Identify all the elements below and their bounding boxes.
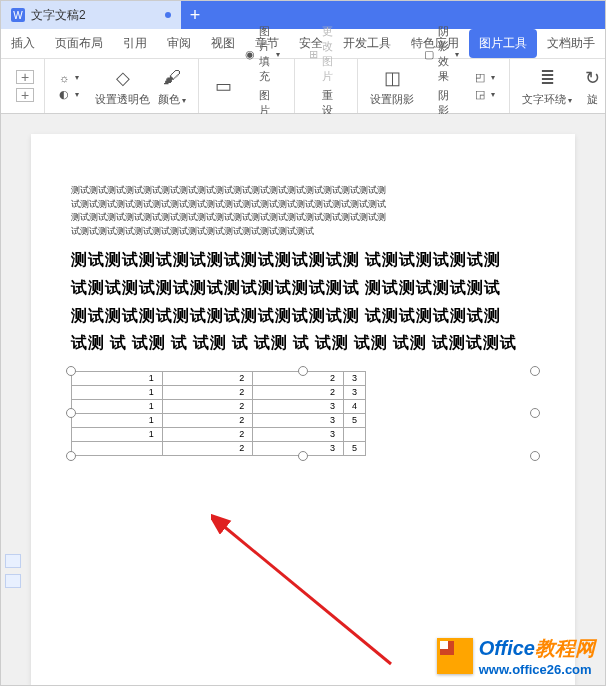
picture-style-button[interactable]: ▭ xyxy=(207,72,239,100)
menu-doc-assistant[interactable]: 文档助手 xyxy=(537,29,605,58)
rotate-icon: ↻ xyxy=(580,66,604,90)
picture-icon: ▭ xyxy=(211,74,235,98)
selection-handle[interactable] xyxy=(66,366,76,376)
table-row: 1223 xyxy=(72,371,366,385)
svg-line-0 xyxy=(221,524,391,664)
menu-page-layout[interactable]: 页面布局 xyxy=(45,29,113,58)
set-transparency-button[interactable]: ◇ 设置透明色 xyxy=(91,64,154,109)
contrast-icon[interactable]: ◐▾ xyxy=(53,86,85,103)
side-markers xyxy=(5,554,21,588)
data-table[interactable]: 1223 1223 1234 1235 123 235 xyxy=(71,371,366,456)
selection-handle[interactable] xyxy=(530,408,540,418)
shadow-nudge-1[interactable]: ◰▾ xyxy=(469,69,501,86)
watermark-logo-icon xyxy=(437,638,473,674)
toolbar: + + ☼▾ ◐▾ ◇ 设置透明色 🖌 颜色▾ ▭ ◉ 图片填充▾ ▢ 图片轮廓… xyxy=(1,59,605,114)
set-shadow-button[interactable]: ◫ 设置阴影 xyxy=(366,64,418,109)
table-row: 1223 xyxy=(72,385,366,399)
menu-picture-tools[interactable]: 图片工具 xyxy=(469,29,537,58)
text-wrap-button[interactable]: ≣ 文字环绕▾ xyxy=(518,64,576,109)
canvas-area: 测试测试测试测试测试测试测试测试测试测试测试测试测试测试测试测试测试测 试测试测… xyxy=(1,114,605,685)
shadow-nudge-2[interactable]: ◲▾ xyxy=(469,86,501,103)
brightness-icon[interactable]: ☼▾ xyxy=(53,70,85,86)
annotation-arrow xyxy=(211,514,411,674)
selection-handle[interactable] xyxy=(530,451,540,461)
selection-handle[interactable] xyxy=(298,451,308,461)
selected-table-object[interactable]: 1223 1223 1234 1235 123 235 xyxy=(71,371,535,456)
menu-references[interactable]: 引用 xyxy=(113,29,157,58)
document-tab[interactable]: W 文字文稿2 xyxy=(1,1,181,29)
wrap-icon: ≣ xyxy=(535,66,559,90)
table-row: 1234 xyxy=(72,399,366,413)
table-row: 1235 xyxy=(72,413,366,427)
adjust-plus-1[interactable]: + xyxy=(16,70,34,84)
table-row: 235 xyxy=(72,441,366,455)
selection-handle[interactable] xyxy=(530,366,540,376)
shadow-effect-button[interactable]: ▢ 阴影效果▾ xyxy=(418,22,465,86)
selection-handle[interactable] xyxy=(298,366,308,376)
rotate-button[interactable]: ↻ 旋 xyxy=(576,64,606,109)
document-page[interactable]: 测试测试测试测试测试测试测试测试测试测试测试测试测试测试测试测试测试测 试测试测… xyxy=(31,134,575,685)
watermark-url: www.office26.com xyxy=(479,662,595,677)
shadow-icon: ◫ xyxy=(380,66,404,90)
tab-title: 文字文稿2 xyxy=(31,7,86,24)
picture-fill-button[interactable]: ◉ 图片填充▾ xyxy=(239,22,286,86)
table-row: 123 xyxy=(72,427,366,441)
selection-handle[interactable] xyxy=(66,408,76,418)
color-icon: 🖌 xyxy=(160,66,184,90)
marker-icon[interactable] xyxy=(5,574,21,588)
tab-modified-dot xyxy=(165,12,171,18)
new-tab-button[interactable]: + xyxy=(181,1,209,29)
marker-icon[interactable] xyxy=(5,554,21,568)
selection-handle[interactable] xyxy=(66,451,76,461)
body-small-text: 测试测试测试测试测试测试测试测试测试测试测试测试测试测试测试测试测试测 试测试测… xyxy=(71,184,535,237)
change-picture-button[interactable]: ⊞ 更改图片 xyxy=(303,22,349,86)
color-button[interactable]: 🖌 颜色▾ xyxy=(154,64,190,109)
transparency-icon: ◇ xyxy=(111,66,135,90)
watermark: Office教程网 www.office26.com xyxy=(437,635,595,677)
menu-insert[interactable]: 插入 xyxy=(1,29,45,58)
adjust-plus-2[interactable]: + xyxy=(16,88,34,102)
doc-icon: W xyxy=(11,8,25,22)
menu-review[interactable]: 审阅 xyxy=(157,29,201,58)
body-large-text: 测试测试测试测试测试测试测试测试测 试测试测试测试测 试测试测试测试测试测试测试… xyxy=(71,247,535,355)
